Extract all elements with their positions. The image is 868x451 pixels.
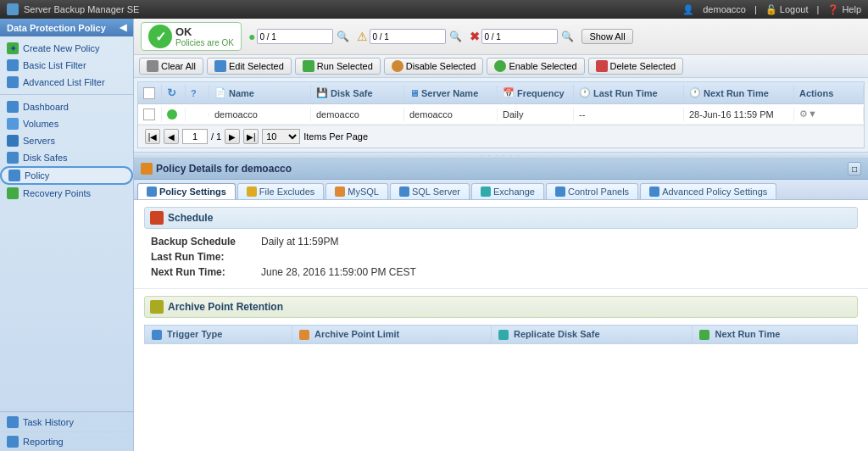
td-frequency: Daily [498,108,574,121]
sidebar-item-label: Recovery Points [23,188,91,198]
delete-selected-label: Delete Selected [610,61,676,71]
magnify-btn-3[interactable]: 🔍 [559,29,575,44]
archive-table: Trigger Type Archive Point Limit Replica… [144,325,858,344]
magnify-btn-1[interactable]: 🔍 [335,29,350,44]
archive-icon [150,300,164,314]
info-icon: ? [191,88,197,98]
tab-mysql[interactable]: MySQL [326,183,388,199]
row-freq-value: Daily [503,109,523,120]
actions-gear-icon[interactable]: ⚙▼ [799,109,817,120]
sidebar-item-policy[interactable]: Policy [0,166,133,185]
dashboard-icon [7,101,19,113]
app-icon [7,3,19,15]
status-dot [167,109,177,120]
sidebar-item-label: Volumes [23,119,58,129]
td-server: demoacco [404,108,498,121]
last-page-btn[interactable]: ▶| [243,129,259,144]
status-green-dot: ● [248,30,255,43]
next-run-label: Next Run Time: [151,266,261,278]
sidebar-section-title: Data Protection Policy ◀ [0,19,133,36]
volumes-icon [7,118,19,130]
advanced-policy-tab-icon [649,187,659,197]
sidebar-item-task-history[interactable]: Task History [0,412,133,432]
schedule-grid: Backup Schedule Daily at 11:59PM Last Ru… [144,236,858,278]
run-selected-button[interactable]: Run Selected [295,58,381,75]
sidebar-item-servers[interactable]: Servers [0,132,133,149]
user-icon: 👤 [682,4,694,15]
freq-col-icon: 📅 [503,87,515,98]
schedule-header: Schedule [144,207,858,229]
help-link[interactable]: ❓ Help [827,4,861,15]
delete-selected-button[interactable]: Delete Selected [588,58,684,75]
sidebar-item-dashboard[interactable]: Dashboard [0,98,133,115]
disable-selected-icon [392,60,403,72]
show-all-button[interactable]: Show All [581,29,632,44]
edit-selected-button[interactable]: Edit Selected [207,58,292,75]
pagination: |◀ ◀ / 1 ▶ ▶| 10 25 50 Items Per Page [138,125,864,148]
row-server-value: demoacco [409,109,453,120]
name-col-icon: 📄 [214,87,226,98]
sidebar-item-advanced-list-filter[interactable]: Advanced List Filter [0,74,133,91]
td-check [138,107,162,122]
policy-details-panel: Policy Details for demoacco □ Policy Set… [134,159,868,451]
sidebar-item-disk-safes[interactable]: Disk Safes [0,149,133,166]
header-checkbox[interactable] [143,87,155,99]
th-name: 📄 Name [209,85,311,101]
page-input[interactable] [182,129,208,144]
sidebar-item-volumes[interactable]: Volumes [0,115,133,132]
replicate-icon [498,330,509,340]
status-input-1[interactable] [257,29,333,44]
sidebar-item-basic-list-filter[interactable]: Basic List Filter [0,57,133,74]
trigger-type-icon [152,330,162,340]
sidebar-item-reporting[interactable]: Reporting [0,432,133,451]
sidebar-item-recovery-points[interactable]: Recovery Points [0,185,133,202]
clear-all-button[interactable]: Clear All [139,58,203,75]
th-actions: Actions [794,86,864,101]
enable-selected-button[interactable]: Enable Selected [487,58,584,75]
row-checkbox[interactable] [143,109,155,120]
sidebar-section-label: Data Protection Policy [7,23,106,33]
collapse-details-btn[interactable]: □ [848,162,861,175]
items-per-page-label: Items Per Page [303,131,368,142]
table-row[interactable]: demoacco demoacco demoacco Daily -- 28-J… [138,104,864,125]
sidebar-item-label: Dashboard [23,102,69,112]
tab-control-panels[interactable]: Control Panels [546,183,638,199]
backup-schedule-row: Backup Schedule Daily at 11:59PM [151,236,858,248]
magnify-btn-2[interactable]: 🔍 [448,29,463,44]
splitter[interactable]: · · · · · · [134,152,868,159]
first-page-btn[interactable]: |◀ [145,129,160,144]
disable-selected-button[interactable]: Disable Selected [384,58,484,75]
status-input-2[interactable] [370,29,446,44]
last-run-label: Last Run Time: [151,251,261,263]
tab-exchange[interactable]: Exchange [471,183,544,199]
status-input-3[interactable] [481,29,558,44]
tab-advanced-policy-settings[interactable]: Advanced Policy Settings [640,183,776,199]
items-per-page-select[interactable]: 10 25 50 [262,129,300,144]
clear-all-icon [147,60,159,72]
edit-selected-label: Edit Selected [229,61,284,71]
ok-sublabel: Policies are OK [175,38,234,47]
last-run-row: Last Run Time: [151,251,858,263]
prev-page-btn[interactable]: ◀ [164,129,179,144]
logout-link[interactable]: 🔓 Logout [765,4,809,15]
ok-label: OK [175,25,234,38]
tab-file-excludes[interactable]: File Excludes [237,183,324,199]
td-next-run: 28-Jun-16 11:59 PM [684,108,794,121]
row-disk-safe-value: demoacco [316,109,359,120]
content-area: ✓ OK Policies are OK ● 🔍 ⚠ 🔍 ✖ 🔍 [134,19,868,451]
status-ok-badge: ✓ OK Policies are OK [141,22,242,51]
top-bar-right: 👤 demoacco | 🔓 Logout | ❓ Help [682,4,861,15]
main-layout: Data Protection Policy ◀ ✦ Create New Po… [0,19,868,451]
clear-all-label: Clear All [161,61,196,71]
tab-policy-settings[interactable]: Policy Settings [137,183,236,199]
run-selected-icon [303,60,314,72]
refresh-icon[interactable]: ↻ [167,86,176,99]
tab-sql-server[interactable]: SQL Server [390,183,470,199]
th-server-label: Server Name [421,88,478,98]
tab-sql-server-label: SQL Server [412,187,460,197]
task-history-icon [7,416,19,428]
sidebar-item-label: Reporting [23,437,64,447]
sidebar-collapse-icon[interactable]: ◀ [120,22,126,33]
sidebar-item-create-new-policy[interactable]: ✦ Create New Policy [0,40,133,57]
next-page-btn[interactable]: ▶ [225,129,240,144]
